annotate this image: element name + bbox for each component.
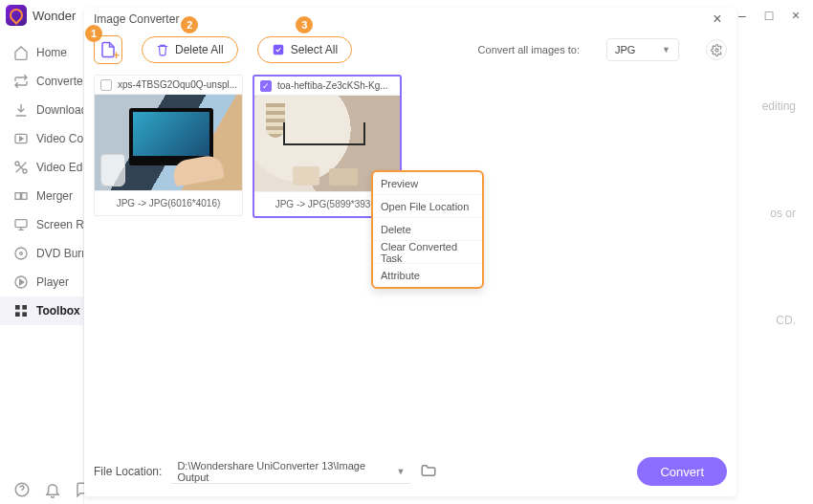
add-image-button[interactable]: + 1 [94,35,122,64]
svg-rect-10 [22,305,27,310]
chevron-down-icon: ▼ [396,467,405,476]
sidebar-item-toolbox[interactable]: Toolbox [0,296,83,325]
bg-text-fragment: editing [762,99,796,113]
home-icon [13,45,29,60]
svg-rect-5 [15,220,27,228]
file-location-value: D:\Wondershare UniConverter 13\Image Out… [177,460,396,483]
sidebar-item-downloader[interactable]: Downloader [0,96,83,124]
sidebar-item-label: DVD Burner [36,247,83,260]
bg-text-fragment: os or [770,207,796,220]
sidebar-item-home[interactable]: Home [0,38,83,67]
svg-point-7 [20,252,23,255]
sidebar-item-converter[interactable]: Converter [0,67,83,96]
svg-rect-3 [15,193,20,200]
sidebar-footer [0,481,83,498]
image-tile[interactable]: xps-4TBSG2Oqu0Q-unspl... JPG -> JPG(6016… [94,75,243,216]
output-settings-button[interactable] [706,39,727,60]
dvd-burner-icon [13,246,29,261]
delete-all-label: Delete All [175,43,224,56]
sidebar-item-dvd-burner[interactable]: DVD Burner [0,239,83,268]
ctx-delete[interactable]: Delete [373,218,482,241]
download-icon [13,102,29,118]
sidebar-item-label: Video Editor [36,161,83,174]
tile-checkbox[interactable] [100,79,112,91]
video-editor-icon [13,160,29,175]
checkbox-icon [272,43,285,56]
svg-rect-9 [15,305,20,310]
sidebar-item-merger[interactable]: Merger [0,182,83,210]
gear-icon [711,44,723,56]
sidebar-item-label: Toolbox [36,304,80,318]
sidebar-item-label: Downloader [36,103,83,117]
svg-rect-4 [22,193,27,200]
ctx-open-location[interactable]: Open File Location [373,195,482,218]
sidebar-item-screen-recorder[interactable]: Screen Recorder [0,210,83,239]
sidebar-item-label: Video Compressor [36,132,83,145]
trash-icon [156,43,169,56]
sidebar-item-label: Player [36,275,69,289]
select-all-label: Select All [291,43,338,56]
sidebar-item-video-compressor[interactable]: Video Compressor [0,124,83,153]
converter-icon [13,74,29,89]
maximize-button[interactable]: □ [758,4,780,27]
bell-icon[interactable] [44,481,61,498]
tile-context-menu: 4 Preview Open File Location Delete Clea… [371,170,484,289]
bg-text-fragment: CD. [776,314,796,327]
svg-rect-12 [22,312,27,317]
output-format-select[interactable]: JPG ▼ [606,38,679,61]
sidebar-item-label: Home [36,46,67,59]
video-compressor-icon [13,131,29,146]
file-location-label: File Location: [94,465,162,478]
svg-point-6 [15,248,27,259]
chevron-down-icon: ▼ [662,45,670,55]
convert-all-label: Convert all images to: [478,44,580,55]
tile-conversion-info: JPG -> JPG(6016*4016) [95,190,242,215]
svg-rect-14 [273,45,283,55]
tile-filename: xps-4TBSG2Oqu0Q-unspl... [118,79,237,90]
image-converter-dialog: Image Converter × + 1 Delete All 2 Selec… [84,8,736,496]
tile-checkbox[interactable]: ✓ [260,80,272,92]
svg-rect-11 [15,312,20,317]
tile-thumbnail [95,95,242,190]
dialog-footer: File Location: D:\Wondershare UniConvert… [94,454,727,489]
ctx-preview[interactable]: Preview [373,172,482,195]
ctx-clear-converted[interactable]: Clear Converted Task [373,241,482,264]
svg-point-15 [714,48,717,51]
player-icon [13,274,29,290]
step-badge-2: 2 [181,16,198,33]
dialog-toolbar: + 1 Delete All 2 Select All 3 Convert al… [84,31,736,69]
app-name: Wonder [33,9,76,23]
sidebar-item-player[interactable]: Player [0,268,83,296]
delete-all-button[interactable]: Delete All 2 [142,36,238,63]
ctx-attribute[interactable]: Attribute [373,264,482,287]
close-button[interactable]: × [784,4,807,27]
screen-recorder-icon [13,217,29,232]
dialog-close-button[interactable]: × [708,10,727,29]
sidebar-item-label: Converter [36,75,83,88]
step-badge-1: 1 [85,25,102,42]
toolbox-icon [13,303,29,318]
tile-filename: toa-heftiba-Ze3cKSh-Kg... [277,80,388,91]
select-all-button[interactable]: Select All 3 [257,36,352,63]
merger-icon [13,188,29,204]
output-format-value: JPG [615,44,635,55]
sidebar: Home Converter Downloader Video Compress… [0,31,84,504]
image-list-canvas: xps-4TBSG2Oqu0Q-unspl... JPG -> JPG(6016… [94,75,727,449]
sidebar-item-video-editor[interactable]: Video Editor [0,153,83,182]
app-logo-icon [6,5,27,26]
sidebar-item-label: Screen Recorder [36,218,83,231]
convert-button[interactable]: Convert [637,457,727,486]
file-location-input[interactable]: D:\Wondershare UniConverter 13\Image Out… [171,459,410,484]
step-badge-3: 3 [296,16,313,33]
sidebar-item-label: Merger [36,189,73,203]
help-icon[interactable] [13,481,31,498]
open-folder-button[interactable] [420,462,439,481]
folder-icon [420,462,437,479]
dialog-title: Image Converter [94,12,179,26]
